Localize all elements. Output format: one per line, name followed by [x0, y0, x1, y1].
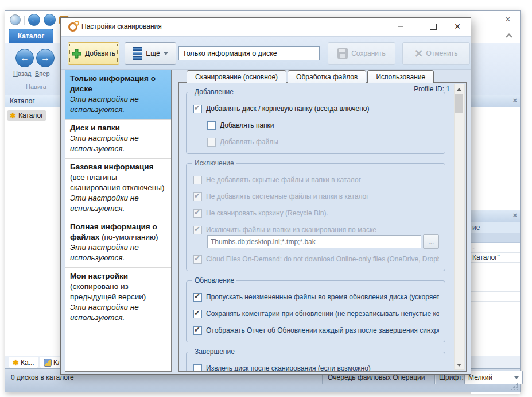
checkbox-row[interactable]: ✔ Не сканировать корзину (Recycle Bin).	[193, 209, 439, 218]
profile-title: Базовая информация (все плагины сканиров…	[70, 162, 166, 193]
dropdown-arrow-icon	[164, 52, 168, 55]
scroll-up-button[interactable]	[455, 84, 463, 94]
exclusion-mask-input[interactable]	[207, 235, 421, 248]
checkbox-row[interactable]: ✔ Пропускать неизмененные файлы во время…	[193, 292, 439, 302]
qat-forward-icon[interactable]: →	[44, 14, 56, 26]
dialog-minimize-button[interactable]	[391, 19, 409, 34]
profile-list-item[interactable]: Полная информация о файлах (по-умолчанию…	[65, 218, 171, 268]
catalog-star-icon: ✱	[13, 359, 19, 367]
property-row[interactable]	[471, 282, 520, 292]
close-icon[interactable]: ×	[512, 211, 517, 219]
scrollbar-thumb[interactable]	[455, 94, 463, 113]
maximize-button[interactable]	[474, 13, 491, 26]
checkbox[interactable]: ✔	[193, 176, 202, 184]
tab[interactable]: Использование	[367, 70, 434, 83]
property-row[interactable]	[471, 292, 520, 302]
font-size-select[interactable]: Мелкий	[464, 371, 523, 384]
checkbox-row[interactable]: ✔ Отображать Отчет об Обновлении каждый …	[193, 326, 439, 335]
catalog-tree-item[interactable]: ✱ Каталог	[7, 110, 46, 121]
checkbox[interactable]: ✔	[207, 121, 216, 130]
profile-list-item[interactable]: Только информация о диске Эти настройки …	[65, 70, 171, 120]
main-window-controls: ×	[474, 13, 517, 26]
checkbox[interactable]: ✔	[193, 310, 202, 318]
scan-settings-dialog: Настройки сканирования × Добавить Ещё Со…	[60, 17, 471, 375]
ribbon-tab-catalog[interactable]: Каталог	[9, 29, 53, 43]
nav-back-button[interactable]: ←	[15, 49, 34, 67]
checkbox-label: Пропускать неизмененные файлы во время о…	[206, 293, 439, 301]
checkbox-row[interactable]: ✔ Сохранять коментарии при обновлении (н…	[193, 309, 439, 318]
bottom-tab-catalog[interactable]: ✱ Ка...	[9, 357, 38, 369]
close-icon[interactable]: ×	[512, 97, 517, 104]
app-globe-icon[interactable]	[10, 14, 21, 25]
catalog-star-icon: ✱	[10, 112, 16, 120]
property-row[interactable]: -	[471, 243, 520, 253]
checkbox-label: Добавлять файлы	[220, 138, 278, 146]
chevron-up-icon	[506, 33, 512, 40]
profile-title: Только информация о диске	[70, 74, 166, 94]
profile-note: Эти настройки не используются.	[70, 242, 166, 263]
checkbox-row[interactable]: ✔ Не добавлять системные файлы и папки в…	[193, 192, 439, 201]
menu-bars-icon	[133, 47, 142, 60]
checkbox-label: Добавлять диск / корневую папку (всегда …	[206, 105, 370, 113]
status-file-queue[interactable]: Очередь файловых Операций	[328, 373, 425, 381]
checkbox[interactable]: ✔	[193, 255, 202, 264]
nav-forward-button[interactable]: →	[36, 49, 55, 67]
checkbox-row[interactable]: ✔ Добавлять диск / корневую папку (всегд…	[193, 104, 439, 113]
qat-back-icon[interactable]: ←	[28, 14, 40, 26]
save-button[interactable]: Сохранить	[328, 42, 395, 65]
dialog-maximize-button[interactable]	[425, 19, 442, 34]
tab[interactable]: Обработка файлов	[288, 70, 366, 83]
checkbox-row[interactable]: ✔ Добавлять папки	[207, 121, 439, 130]
checkbox[interactable]: ✔	[193, 105, 202, 113]
checkbox-row[interactable]: ✔ Исключить файлы и папки из сканировани…	[193, 225, 439, 234]
profile-name-input[interactable]	[178, 46, 320, 60]
checkbox-label: Не добавлять скрытые файлы и папки в кат…	[206, 176, 361, 184]
tab-label: Использование	[376, 73, 425, 81]
checkbox[interactable]: ✔	[193, 326, 202, 335]
dialog-close-button[interactable]: ×	[449, 19, 466, 34]
dialog-title: Настройки сканирования	[81, 22, 162, 30]
checkbox-row[interactable]: ✔ Извлечь диск после сканирования (если …	[193, 364, 439, 372]
scroll-up-icon	[457, 88, 461, 91]
checkbox-row[interactable]: ✔ Не добавлять скрытые файлы и папки в к…	[193, 175, 439, 184]
font-size-label: Шрифт:	[439, 373, 464, 381]
settings-tab-control: Сканирование (основное) Обработка файлов…	[178, 70, 467, 372]
profile-list-item[interactable]: Мои настройки (скопировано из предыдущей…	[65, 268, 171, 327]
checkbox[interactable]: ✔	[193, 209, 202, 218]
vertical-scrollbar[interactable]	[454, 84, 465, 370]
cancel-button[interactable]: × Отменить	[402, 42, 470, 65]
scroll-down-button[interactable]	[455, 360, 463, 369]
add-profile-button[interactable]: Добавить	[68, 42, 119, 65]
ribbon-collapse-button[interactable]	[505, 33, 513, 40]
tab-label: Сканирование (основное)	[195, 73, 278, 81]
checkbox[interactable]: ✔	[193, 293, 202, 302]
profile-list-item[interactable]: Базовая информация (все плагины сканиров…	[65, 159, 171, 218]
bottom-tab-label: Ка...	[21, 359, 34, 367]
profile-list-item[interactable]: Диск и папки Эти настройки не используют…	[65, 120, 171, 159]
profile-title: Полная информация о файлах (по-умолчанию…	[70, 222, 166, 242]
close-button[interactable]: ×	[499, 13, 517, 26]
tab[interactable]: Сканирование (основное)	[187, 70, 286, 83]
checkbox-list: ✔ Не добавлять скрытые файлы и папки в к…	[193, 175, 439, 234]
browse-button[interactable]: ...	[423, 234, 439, 249]
more-button-label: Ещё	[146, 49, 160, 57]
cancel-button-label: Отменить	[426, 49, 458, 57]
checkbox[interactable]: ✔	[207, 138, 216, 147]
checkbox[interactable]: ✔	[193, 192, 202, 201]
checkbox[interactable]: ✔	[193, 226, 202, 234]
tab-label: Обработка файлов	[296, 73, 358, 81]
resize-grip[interactable]	[511, 383, 518, 390]
property-row[interactable]	[471, 263, 520, 272]
property-row[interactable]	[471, 272, 520, 282]
separator	[24, 16, 25, 25]
more-button[interactable]: Ещё	[125, 42, 176, 65]
panel-a-header: ×	[471, 95, 520, 107]
gear-icon	[68, 22, 77, 32]
checkbox-row[interactable]: ✔ Cloud Files On-Demand: do not download…	[193, 255, 439, 264]
property-row[interactable]: Каталог"	[471, 253, 520, 263]
checkbox[interactable]: ✔	[193, 364, 202, 372]
checkbox-row[interactable]: ✔ Добавлять файлы	[207, 137, 439, 147]
tab-strip: Сканирование (основное) Обработка файлов…	[178, 70, 434, 82]
screen: ← → × Каталог ← → Назад Впер Навига Ката…	[0, 0, 532, 397]
right-panels: × × ие - Каталог"	[471, 95, 520, 356]
